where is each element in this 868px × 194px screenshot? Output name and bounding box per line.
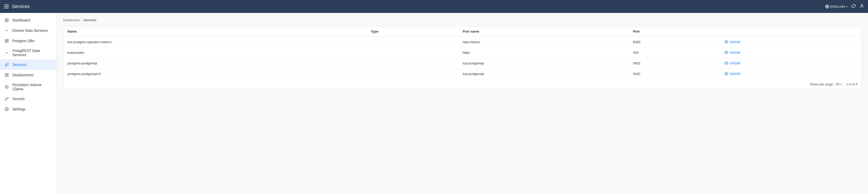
sidebar-label-deployments: Deployments xyxy=(12,73,34,77)
row-4-port: 5432 xyxy=(629,68,720,79)
row-1-port-name: http-metrics xyxy=(459,37,629,47)
show-label-4: SHOW xyxy=(730,72,740,76)
dashboard-icon xyxy=(4,18,9,23)
sidebar-item-pvc[interactable]: Persistent Volume Claims xyxy=(0,80,57,94)
sidebar-item-dremio[interactable]: Dremio Data Services xyxy=(0,25,57,36)
language-selector[interactable]: ENGLISH ▾ xyxy=(825,4,847,8)
rows-per-page-chevron: ▾ xyxy=(841,83,842,86)
col-type: Type xyxy=(367,26,459,37)
sidebar-label-settings: Settings xyxy=(12,107,26,111)
translate-icon xyxy=(825,4,829,8)
svg-point-18 xyxy=(726,63,727,64)
col-port: Port xyxy=(629,26,720,37)
svg-point-14 xyxy=(6,86,7,87)
main-content: Dashboard / Services Name Type Port name… xyxy=(57,13,868,194)
svg-rect-8 xyxy=(5,41,6,43)
pagination: Rows per page: 50 ▾ 1-4 of 4 xyxy=(63,79,862,89)
sidebar: Dashboard Dremio Data Services Postgres … xyxy=(0,13,57,194)
services-icon xyxy=(4,62,9,67)
row-4-name: postgres-postgresql-hl xyxy=(63,68,367,79)
services-table-container: Name Type Port name Port ext-postgres-op… xyxy=(63,26,862,89)
refresh-icon[interactable] xyxy=(851,4,856,9)
row-3-type xyxy=(367,58,459,68)
breadcrumb-separator: / xyxy=(81,18,82,22)
table-row: postgres-postgresql-hl tcp-postgresql 54… xyxy=(63,68,862,79)
sidebar-label-postgrest: PostgREST Data Services xyxy=(12,49,53,57)
svg-point-19 xyxy=(726,73,727,74)
show-button-1[interactable]: SHOW xyxy=(724,40,858,44)
header-title: Services xyxy=(12,4,30,9)
row-3-name: postgres-postgresql xyxy=(63,58,367,68)
settings-icon xyxy=(4,107,9,112)
svg-rect-4 xyxy=(5,21,6,22)
sidebar-item-deployments[interactable]: Deployments xyxy=(0,70,57,80)
sidebar-label-dashboard: Dashboard xyxy=(12,18,30,22)
breadcrumb-dashboard[interactable]: Dashboard xyxy=(63,18,80,22)
sidebar-label-services: Services xyxy=(12,63,26,67)
show-button-2[interactable]: SHOW xyxy=(724,51,858,55)
sidebar-item-services[interactable]: Services xyxy=(0,59,57,70)
rows-per-page-value: 50 xyxy=(836,82,839,86)
sidebar-item-postgrest[interactable]: PostgREST Data Services xyxy=(0,46,57,59)
show-label-1: SHOW xyxy=(730,40,740,44)
row-4-port-name: tcp-postgresql xyxy=(459,68,629,79)
table-row: postgres-postgresql tcp-postgresql 5432 … xyxy=(63,58,862,68)
row-1-name: ext-postgres-operator-metrics xyxy=(63,37,367,47)
svg-rect-2 xyxy=(7,19,8,20)
row-2-port-name: https xyxy=(459,47,629,58)
postgres-dbs-icon xyxy=(4,38,9,44)
deployments-icon xyxy=(4,73,9,78)
sidebar-item-settings[interactable]: Settings xyxy=(0,104,57,114)
svg-rect-12 xyxy=(5,75,6,77)
eye-icon-4 xyxy=(724,72,728,76)
table-row: ext-postgres-operator-metrics http-metri… xyxy=(63,37,862,47)
show-label-3: SHOW xyxy=(730,61,740,65)
sidebar-label-dremio: Dremio Data Services xyxy=(12,28,48,33)
svg-rect-10 xyxy=(7,74,8,75)
svg-point-15 xyxy=(6,109,7,110)
eye-icon-1 xyxy=(724,40,728,44)
svg-point-17 xyxy=(726,52,727,53)
page-info: 1-4 of 4 xyxy=(846,82,858,86)
svg-rect-11 xyxy=(7,75,8,77)
svg-rect-7 xyxy=(7,41,8,43)
svg-rect-5 xyxy=(5,39,6,40)
svg-point-0 xyxy=(861,4,862,6)
table-row: kubernetes https 443 SHOW xyxy=(63,47,862,58)
col-port-name: Port name xyxy=(459,26,629,37)
table-header: Name Type Port name Port xyxy=(63,26,862,37)
table-body: ext-postgres-operator-metrics http-metri… xyxy=(63,37,862,79)
rows-per-page: Rows per page: 50 ▾ xyxy=(810,82,842,86)
row-4-type xyxy=(367,68,459,79)
sidebar-item-postgres-dbs[interactable]: Postgres DBs xyxy=(0,36,57,46)
app-header: Services ENGLISH ▾ xyxy=(0,0,868,13)
svg-point-16 xyxy=(726,41,727,43)
row-2-type xyxy=(367,47,459,58)
col-actions xyxy=(720,26,862,37)
rows-per-page-label: Rows per page: xyxy=(810,82,834,86)
eye-icon-2 xyxy=(724,51,728,55)
user-icon[interactable] xyxy=(860,4,864,9)
row-1-type xyxy=(367,37,459,47)
postgrest-icon xyxy=(4,50,9,55)
row-2-action: SHOW xyxy=(720,47,862,58)
row-1-action: SHOW xyxy=(720,37,862,47)
svg-rect-3 xyxy=(7,21,8,22)
rows-per-page-select[interactable]: 50 ▾ xyxy=(836,82,842,86)
sidebar-item-secrets[interactable]: Secrets xyxy=(0,94,57,104)
secrets-icon xyxy=(4,96,9,102)
language-label: ENGLISH xyxy=(830,5,845,8)
show-button-3[interactable]: SHOW xyxy=(724,61,858,65)
row-1-port: 8383 xyxy=(629,37,720,47)
sidebar-label-secrets: Secrets xyxy=(12,97,25,101)
menu-icon[interactable] xyxy=(4,5,9,8)
dremio-icon xyxy=(4,28,9,33)
sidebar-item-dashboard[interactable]: Dashboard xyxy=(0,15,57,25)
svg-point-13 xyxy=(5,85,8,88)
header-right: ENGLISH ▾ xyxy=(825,4,864,9)
row-2-name: kubernetes xyxy=(63,47,367,58)
show-label-2: SHOW xyxy=(730,51,740,55)
show-button-4[interactable]: SHOW xyxy=(724,72,858,76)
row-4-action: SHOW xyxy=(720,68,862,79)
row-3-action: SHOW xyxy=(720,58,862,68)
